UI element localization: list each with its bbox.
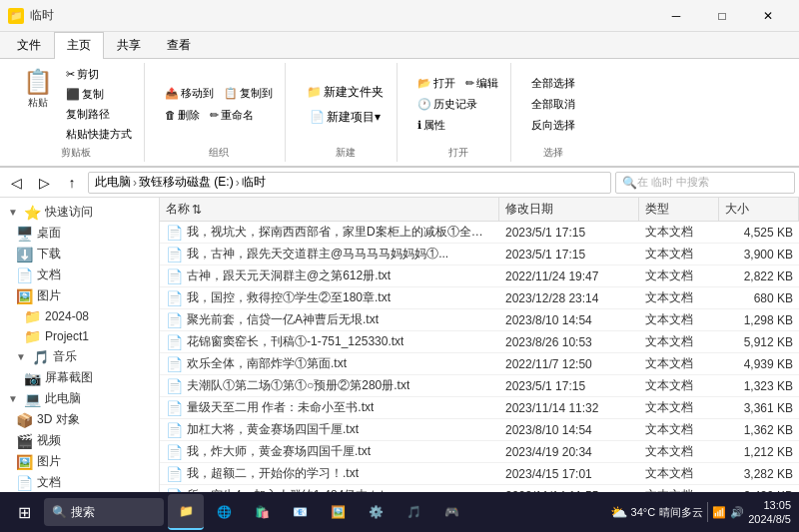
sidebar-item-pc-documents[interactable]: 📄 文档 bbox=[0, 472, 159, 493]
table-row[interactable]: 📄聚光前套，信贷一亿A神曹后无垠.txt2023/8/10 14:54文本文档1… bbox=[160, 309, 799, 331]
table-row[interactable]: 📄夫潮队①第二场①第①○预册②第280册.txt2023/5/1 17:15文本… bbox=[160, 375, 799, 397]
taskbar-app-store[interactable]: 🛍️ bbox=[244, 494, 280, 530]
search-box[interactable]: 🔍 在 临时 中搜索 bbox=[615, 172, 795, 194]
weather-desc: 晴间多云 bbox=[659, 505, 703, 520]
invert-selection-button[interactable]: 反向选择 bbox=[527, 116, 579, 135]
tab-file[interactable]: 文件 bbox=[4, 32, 54, 58]
sidebar-item-2024-08[interactable]: 📁 2024-08 bbox=[0, 306, 159, 326]
properties-button[interactable]: ℹ 属性 bbox=[413, 116, 449, 135]
maximize-button[interactable]: □ bbox=[699, 0, 745, 32]
new-item-button[interactable]: 📄 新建项目▾ bbox=[305, 106, 386, 129]
table-row[interactable]: 📄我，古神，跟先天交道群主@马马马马妈妈妈①...2023/5/1 17:15文… bbox=[160, 244, 799, 266]
col-sort-icon: ⇅ bbox=[192, 203, 202, 217]
sidebar-item-this-pc[interactable]: ▼ 💻 此电脑 bbox=[0, 388, 159, 409]
taskbar-app-mail[interactable]: 📧 bbox=[282, 494, 318, 530]
address-path[interactable]: 此电脑 › 致钰移动磁盘 (E:) › 临时 bbox=[88, 172, 611, 194]
back-button[interactable]: ◁ bbox=[4, 171, 28, 195]
table-row[interactable]: 📄我，超额二，开始你的学习！.txt2023/4/15 17:01文本文档3,2… bbox=[160, 463, 799, 485]
file-size: 1,298 KB bbox=[719, 311, 799, 329]
new-folder-button[interactable]: 📁 新建文件夹 bbox=[302, 81, 389, 104]
minimize-button[interactable]: ─ bbox=[653, 0, 699, 32]
tab-view[interactable]: 查看 bbox=[154, 32, 204, 58]
table-row[interactable]: 📄我，炸大师，黄金赛场四国千厘.txt2023/4/19 20:34文本文档1,… bbox=[160, 441, 799, 463]
copy-path-button[interactable]: 复制路径 bbox=[62, 105, 136, 124]
select-all-button[interactable]: 全部选择 bbox=[527, 74, 579, 93]
cut-button[interactable]: ✂ 剪切 bbox=[62, 65, 136, 84]
move-to-button[interactable]: 📤 移动到 bbox=[161, 84, 218, 103]
table-row[interactable]: 📄花锦窗窦窑长，刊稿①-1-751_125330.txt2023/8/26 10… bbox=[160, 331, 799, 353]
path-part-1[interactable]: 此电脑 bbox=[95, 174, 131, 191]
col-header-date[interactable]: 修改日期 bbox=[499, 198, 639, 221]
select-group-label: 选择 bbox=[543, 146, 563, 160]
sidebar-item-downloads[interactable]: ⬇️ 下载 bbox=[0, 244, 159, 265]
sidebar-item-screenshots[interactable]: 📷 屏幕截图 bbox=[0, 367, 159, 388]
close-button[interactable]: ✕ bbox=[745, 0, 791, 32]
tab-share[interactable]: 共享 bbox=[104, 32, 154, 58]
search-icon: 🔍 bbox=[622, 176, 637, 190]
sidebar-item-pc-pictures[interactable]: 🖼️ 图片 bbox=[0, 451, 159, 472]
3d-icon: 📦 bbox=[16, 412, 33, 428]
file-type: 文本文档 bbox=[639, 309, 719, 330]
videos-icon: 🎬 bbox=[16, 433, 33, 449]
forward-button[interactable]: ▷ bbox=[32, 171, 56, 195]
paste-shortcut-button[interactable]: 粘贴快捷方式 bbox=[62, 125, 136, 144]
sidebar-item-documents[interactable]: 📄 文档 bbox=[0, 265, 159, 285]
select-none-label: 全部取消 bbox=[531, 97, 575, 112]
this-pc-expand-icon: ▼ bbox=[8, 393, 18, 404]
sidebar-label-screenshots: 屏幕截图 bbox=[45, 369, 93, 386]
open-row2: 🕐 历史记录 bbox=[413, 95, 502, 114]
sidebar-item-videos[interactable]: 🎬 视频 bbox=[0, 430, 159, 451]
table-row[interactable]: 📄古神，跟天元天洞群主@之第612册.txt2022/11/24 19:47文本… bbox=[160, 266, 799, 287]
taskbar-app-game[interactable]: 🎮 bbox=[433, 494, 469, 530]
col-header-type[interactable]: 类型 bbox=[639, 198, 719, 221]
file-name: 我，国控，救得控①学生②至180章.txt bbox=[187, 289, 391, 306]
sidebar-item-pictures[interactable]: 🖼️ 图片 bbox=[0, 285, 159, 306]
copy-to-button[interactable]: 📋 复制到 bbox=[220, 84, 277, 103]
table-row[interactable]: 📄我，视坑犬，探南西西部省，家里D案柜上的减板①全集各...2023/5/1 1… bbox=[160, 222, 799, 244]
ribbon-group-open: 📂 打开 ✏ 编辑 🕐 历史记录 bbox=[405, 63, 511, 162]
file-date: 2023/5/1 17:15 bbox=[499, 224, 639, 242]
rename-button[interactable]: ✏ 重命名 bbox=[206, 106, 258, 125]
copy-button[interactable]: ⬛ 复制 bbox=[62, 85, 136, 104]
start-button[interactable]: ⊞ bbox=[4, 492, 44, 532]
invert-label: 反向选择 bbox=[531, 118, 575, 133]
path-part-2[interactable]: 致钰移动磁盘 (E:) bbox=[139, 174, 234, 191]
time-date[interactable]: 13:05 2024/8/5 bbox=[748, 498, 791, 527]
tab-home[interactable]: 主页 bbox=[54, 32, 104, 59]
explorer-icon: 📁 bbox=[179, 504, 194, 518]
file-name-cell: 📄加杠大将，黄金赛场四国千厘.txt bbox=[160, 419, 499, 440]
taskbar-search-icon: 🔍 bbox=[52, 505, 67, 519]
table-row[interactable]: 📄加杠大将，黄金赛场四国千厘.txt2023/8/10 14:54文本文档1,3… bbox=[160, 419, 799, 441]
table-row[interactable]: 📄我，国控，救得控①学生②至180章.txt2023/12/28 23:14文本… bbox=[160, 287, 799, 309]
col-header-name[interactable]: 名称 ⇅ bbox=[160, 198, 499, 221]
open-cols: 📂 打开 ✏ 编辑 🕐 历史记录 bbox=[413, 74, 502, 135]
taskbar-app-settings[interactable]: ⚙️ bbox=[358, 494, 394, 530]
taskbar-app-explorer[interactable]: 📁 bbox=[168, 494, 204, 530]
select-none-button[interactable]: 全部取消 bbox=[527, 95, 579, 114]
sidebar-item-3d-objects[interactable]: 📦 3D 对象 bbox=[0, 409, 159, 430]
sidebar-item-music[interactable]: ▼ 🎵 音乐 bbox=[0, 346, 159, 367]
pc-docs-icon: 📄 bbox=[16, 475, 33, 491]
move-label: 移动到 bbox=[181, 86, 214, 101]
table-row[interactable]: 📄量级天至二用 作者：未命小至书.txt2023/11/14 11:32文本文档… bbox=[160, 397, 799, 419]
window-controls[interactable]: ─ □ ✕ bbox=[653, 0, 791, 32]
path-part-3[interactable]: 临时 bbox=[242, 174, 266, 191]
taskbar-app-edge[interactable]: 🌐 bbox=[206, 494, 242, 530]
history-button[interactable]: 🕐 历史记录 bbox=[413, 95, 481, 114]
file-size: 4,939 KB bbox=[719, 355, 799, 373]
settings-icon: ⚙️ bbox=[369, 505, 384, 519]
table-row[interactable]: 📄欢乐全体，南部炸学①第面.txt2022/11/7 12:50文本文档4,93… bbox=[160, 353, 799, 375]
taskbar-app-photos[interactable]: 🖼️ bbox=[320, 494, 356, 530]
taskbar-search[interactable]: 🔍 搜索 bbox=[44, 498, 164, 526]
col-header-size[interactable]: 大小 bbox=[719, 198, 799, 221]
up-button[interactable]: ↑ bbox=[60, 171, 84, 195]
edit-button[interactable]: ✏ 编辑 bbox=[461, 74, 502, 93]
sidebar-label-music: 音乐 bbox=[53, 348, 77, 365]
sidebar-item-quick-access[interactable]: ▼ ⭐ 快速访问 bbox=[0, 202, 159, 223]
taskbar-app-music[interactable]: 🎵 bbox=[396, 494, 431, 530]
paste-button[interactable]: 📋 粘贴 bbox=[16, 65, 60, 144]
open-button[interactable]: 📂 打开 bbox=[413, 74, 459, 93]
sidebar-item-project1[interactable]: 📁 Project1 bbox=[0, 326, 159, 346]
sidebar-item-desktop[interactable]: 🖥️ 桌面 bbox=[0, 223, 159, 244]
delete-button[interactable]: 🗑 删除 bbox=[161, 106, 204, 125]
